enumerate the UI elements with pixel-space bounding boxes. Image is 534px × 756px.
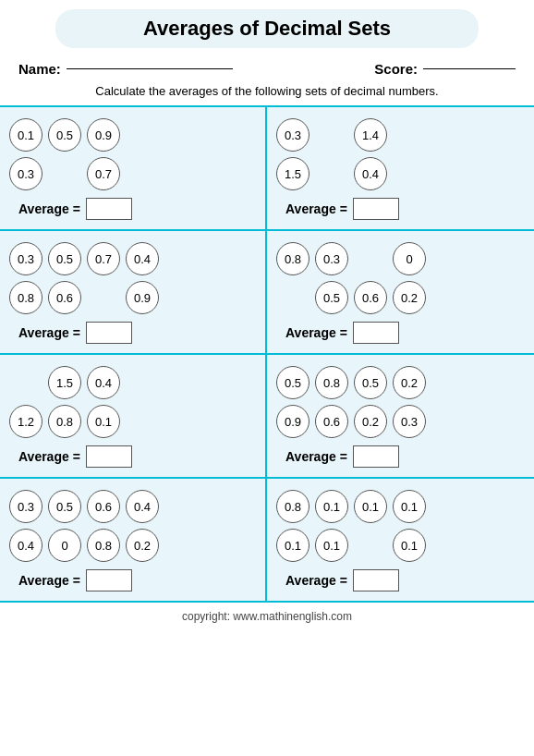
- cell-7-answer-box[interactable]: [86, 569, 132, 591]
- cell-2-r1-num-2: 0.4: [354, 157, 387, 190]
- footer: copyright: www.mathinenglish.com: [0, 603, 534, 630]
- cell-1: 0.10.50.90.30.7Average =: [0, 107, 267, 231]
- cell-2-answer-box[interactable]: [353, 198, 399, 220]
- title-bar: Averages of Decimal Sets: [55, 9, 479, 48]
- cell-4-r0-num-1: 0.3: [315, 242, 348, 275]
- cell-7-r0-num-2: 0.6: [87, 490, 120, 523]
- cell-5-r0-num-2: 0.4: [87, 366, 120, 399]
- cell-1-r0-num-0: 0.1: [9, 118, 42, 152]
- cell-8-row-0: 0.80.10.10.1: [276, 490, 525, 523]
- cell-5-r0-spacer-0: [9, 366, 42, 399]
- name-score-row: Name: Score:: [0, 55, 534, 80]
- cell-4-r1-spacer-0: [276, 281, 309, 314]
- cell-3-r0-num-2: 0.7: [87, 242, 120, 275]
- cell-1-average-label: Average =: [18, 201, 80, 216]
- cell-3-r0-num-3: 0.4: [126, 242, 159, 275]
- cell-1-average-row: Average =: [9, 198, 256, 220]
- cell-6-r1-num-3: 0.3: [393, 405, 426, 438]
- cell-5-r0-num-1: 1.5: [48, 366, 81, 399]
- cell-2-r0-num-2: 1.4: [354, 118, 387, 152]
- cell-8-r0-num-1: 0.1: [315, 490, 348, 523]
- score-line: [423, 68, 516, 69]
- cell-6-row-1: 0.90.60.20.3: [276, 405, 525, 438]
- cell-6-r0-num-2: 0.5: [354, 366, 387, 399]
- cell-8-answer-box[interactable]: [353, 569, 399, 591]
- cell-3-r0-num-0: 0.3: [9, 242, 42, 275]
- cell-7-r1-num-2: 0.8: [87, 529, 120, 562]
- cell-7-r1-num-1: 0: [48, 529, 81, 562]
- cell-2-average-row: Average =: [276, 198, 525, 220]
- cell-3-row-0: 0.30.50.70.4: [9, 242, 256, 275]
- cell-5-average-row: Average =: [9, 445, 256, 468]
- cell-3-r0-num-1: 0.5: [48, 242, 81, 275]
- cell-8: 0.80.10.10.10.10.10.1Average =: [267, 479, 534, 603]
- cell-6-average-label: Average =: [285, 449, 347, 464]
- name-line: [67, 68, 233, 69]
- cell-8-r1-spacer-2: [354, 529, 387, 562]
- cell-7-average-label: Average =: [18, 573, 80, 588]
- cell-2-r0-spacer-1: [315, 118, 348, 152]
- cell-2-r1-num-0: 1.5: [276, 157, 309, 190]
- cell-8-row-1: 0.10.10.1: [276, 529, 525, 562]
- cell-2-row-1: 1.50.4: [276, 157, 525, 190]
- cell-1-r1-num-2: 0.7: [87, 157, 120, 190]
- instructions: Calculate the averages of the following …: [0, 80, 534, 105]
- cell-8-r1-num-1: 0.1: [315, 529, 348, 562]
- cell-7-row-0: 0.30.50.60.4: [9, 490, 256, 523]
- cell-6-r1-num-0: 0.9: [276, 405, 309, 438]
- cell-6-r0-num-0: 0.5: [276, 366, 309, 399]
- cell-8-average-label: Average =: [285, 573, 347, 588]
- score-label: Score:: [374, 61, 418, 77]
- cell-4-r0-num-0: 0.8: [276, 242, 309, 275]
- cell-5-row-1: 1.20.80.1: [9, 405, 256, 438]
- cell-1-answer-box[interactable]: [86, 198, 132, 220]
- cell-1-r1-spacer-1: [48, 157, 81, 190]
- grid-container: 0.10.50.90.30.7Average =0.31.41.50.4Aver…: [0, 105, 534, 603]
- cell-4-answer-box[interactable]: [353, 322, 399, 344]
- cell-3-r1-num-3: 0.9: [126, 281, 159, 314]
- cell-7-average-row: Average =: [9, 569, 256, 591]
- cell-1-row-0: 0.10.50.9: [9, 118, 256, 152]
- cell-3-answer-box[interactable]: [86, 322, 132, 344]
- cell-8-r0-num-0: 0.8: [276, 490, 309, 523]
- cell-4: 0.80.300.50.60.2Average =: [267, 231, 534, 355]
- cell-6-average-row: Average =: [276, 445, 525, 468]
- cell-7-r0-num-3: 0.4: [126, 490, 159, 523]
- cell-4-average-row: Average =: [276, 322, 525, 344]
- cell-6-r1-num-2: 0.2: [354, 405, 387, 438]
- cell-6: 0.50.80.50.20.90.60.20.3Average =: [267, 355, 534, 479]
- name-field: Name:: [18, 61, 233, 77]
- cell-3-row-1: 0.80.60.9: [9, 281, 256, 314]
- cell-2-row-0: 0.31.4: [276, 118, 525, 152]
- cell-3-average-label: Average =: [18, 325, 80, 340]
- cell-4-r0-spacer-2: [354, 242, 387, 275]
- cell-4-r1-num-1: 0.5: [315, 281, 348, 314]
- cell-1-r1-num-0: 0.3: [9, 157, 42, 190]
- cell-7-r1-num-0: 0.4: [9, 529, 42, 562]
- cell-4-r1-num-2: 0.6: [354, 281, 387, 314]
- page: Averages of Decimal Sets Name: Score: Ca…: [0, 9, 534, 756]
- cell-4-r0-num-3: 0: [393, 242, 426, 275]
- cell-5-r1-num-0: 1.2: [9, 405, 42, 438]
- cell-5: 1.50.41.20.80.1Average =: [0, 355, 267, 479]
- cell-7-r0-num-1: 0.5: [48, 490, 81, 523]
- cell-7-row-1: 0.400.80.2: [9, 529, 256, 562]
- cell-6-answer-box[interactable]: [353, 445, 399, 468]
- cell-5-answer-box[interactable]: [86, 445, 132, 468]
- cell-6-r1-num-1: 0.6: [315, 405, 348, 438]
- page-title: Averages of Decimal Sets: [143, 17, 391, 40]
- cell-8-r0-num-2: 0.1: [354, 490, 387, 523]
- cell-4-row-1: 0.50.60.2: [276, 281, 525, 314]
- cell-7: 0.30.50.60.40.400.80.2Average =: [0, 479, 267, 603]
- cell-4-row-0: 0.80.30: [276, 242, 525, 275]
- cell-8-r1-num-3: 0.1: [393, 529, 426, 562]
- cell-8-r1-num-0: 0.1: [276, 529, 309, 562]
- cell-5-row-0: 1.50.4: [9, 366, 256, 399]
- cell-1-row-1: 0.30.7: [9, 157, 256, 190]
- cell-6-r0-num-3: 0.2: [393, 366, 426, 399]
- cell-7-r0-num-0: 0.3: [9, 490, 42, 523]
- cell-6-r0-num-1: 0.8: [315, 366, 348, 399]
- cell-7-r1-num-3: 0.2: [126, 529, 159, 562]
- cell-5-average-label: Average =: [18, 449, 80, 464]
- cell-4-average-label: Average =: [285, 325, 347, 340]
